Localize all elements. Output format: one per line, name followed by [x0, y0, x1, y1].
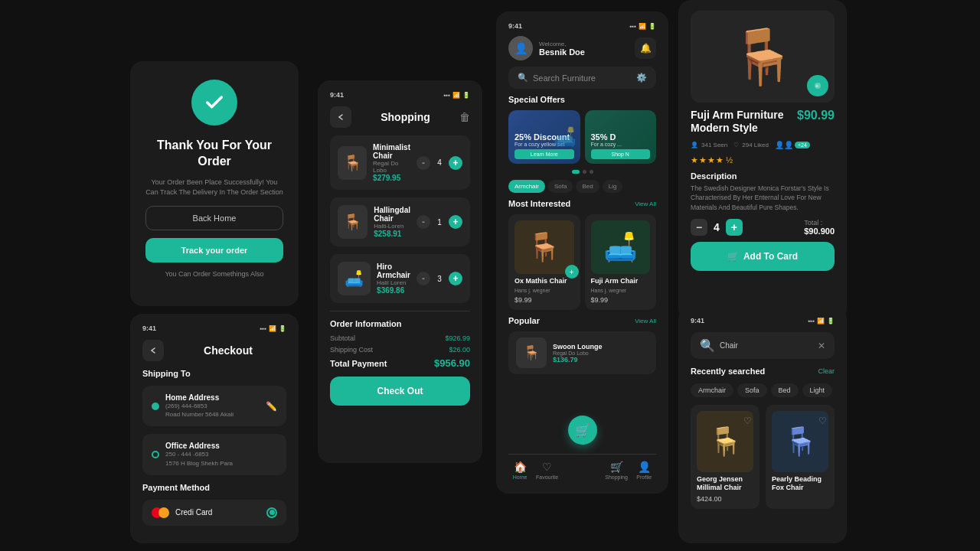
seen-count: 👤 341 Seen [691, 142, 727, 148]
cart-back-button[interactable] [330, 106, 351, 128]
popular-info-swoon: Swoon Lounge Regal Do Lobo $136.79 [553, 343, 648, 364]
qty-plus-1[interactable]: + [449, 156, 462, 170]
address-phone-office: 250 - 444 -6853 [165, 450, 277, 458]
qty-plus-btn[interactable]: + [726, 219, 743, 236]
search-placeholder: Search Furniture [533, 73, 632, 83]
qty-value-1: 4 [435, 158, 444, 167]
cat-light[interactable]: Lig [603, 180, 623, 193]
liked-value: 294 Liked [742, 142, 769, 148]
cat-bed[interactable]: Bed [576, 180, 599, 193]
product-card-fuji[interactable]: 🛋️ Fuji Arm Chair Hans j. wegner $9.99 [585, 214, 657, 310]
subtotal-value: $926.99 [445, 334, 470, 342]
checkout-title: Checkout [170, 344, 286, 357]
result-name-georg: Georg Jensen Millimal Chair [697, 475, 753, 492]
user-info: 👤 Welcome, Besnik Doe [508, 36, 585, 60]
address-name-office: Office Address [165, 442, 277, 450]
search-panel: 9:41 ▪▪▪ 📶 🔋 🔍 Chair ✕ Recently searched… [678, 306, 847, 543]
cart-item-price-3: $369.86 [377, 286, 410, 295]
total-value: $90.900 [804, 227, 835, 236]
filter-icon[interactable]: ⚙️ [636, 73, 647, 83]
payment-card[interactable]: Credi Card [142, 500, 286, 526]
nav-favourite[interactable]: ♡ Favourite [536, 461, 558, 480]
track-order-button[interactable]: Track your order [145, 238, 283, 262]
product-price-ox: $9.99 [514, 296, 574, 304]
product-name-fuji: Fuji Arm Chair [591, 277, 651, 285]
address-road-office: 1576 H Blog Shekh Para [165, 459, 277, 468]
search-clear-icon[interactable]: ✕ [818, 341, 825, 351]
qty-plus-3[interactable]: + [449, 272, 462, 285]
qty-minus-1[interactable]: - [416, 156, 430, 170]
home-status-time: 9:41 [508, 22, 522, 30]
home-nav-label: Home [513, 474, 528, 480]
nav-profile[interactable]: 👤 Profile [636, 461, 652, 480]
cart-item-1: 🪑 Minimalist Chair Regal Do Lobo $279.95… [330, 135, 470, 190]
clear-all-button[interactable]: Clear [818, 367, 835, 375]
most-interested-header: Most Interested View All [508, 199, 656, 208]
qty-minus-2[interactable]: - [416, 215, 430, 229]
qty-plus-2[interactable]: + [449, 215, 462, 229]
checkout-button[interactable]: Check Out [330, 377, 470, 406]
qty-minus-3[interactable]: - [416, 272, 430, 285]
favourite-icon-georg[interactable]: ♡ [743, 416, 752, 426]
person-icon: 👤 [691, 142, 698, 148]
back-home-button[interactable]: Back Home [145, 206, 283, 230]
shipping-label: Shipping To [142, 369, 286, 378]
wifi-icon: 📶 [269, 325, 276, 332]
nav-shopping[interactable]: 🛒 Shopping [605, 461, 628, 480]
cat-armchair[interactable]: Armchair [508, 180, 545, 193]
payment-radio[interactable] [266, 507, 277, 518]
cart-item-3: 🛋️ Hiro Armchair Halil Loren $369.86 - 3… [330, 254, 470, 303]
add-to-cart-button[interactable]: 🛒 Add To Card [691, 242, 835, 271]
search-signal-icon: ▪▪▪ [808, 318, 815, 324]
view-all-popular[interactable]: View All [635, 318, 656, 324]
favourite-icon-pearly[interactable]: ♡ [818, 416, 827, 426]
bottom-nav: 🏠 Home ♡ Favourite 🛒 Shopping 👤 Profile … [508, 454, 656, 483]
edit-address-icon[interactable]: ✏️ [266, 401, 277, 412]
delete-icon[interactable]: 🗑 [459, 111, 470, 123]
cart-signal-icon: ▪▪▪ [443, 92, 450, 99]
add-to-cart-fab-ox[interactable]: + [565, 265, 579, 279]
offer-desc-2: For a cozy ... [591, 142, 651, 147]
qty-minus-btn[interactable]: − [691, 219, 707, 236]
search-bar-2[interactable]: 🔍 Chair ✕ [691, 332, 835, 359]
offer-card-1[interactable]: 🛋️ 25% Discount For a cozy yellow set Le… [508, 110, 580, 164]
chip-light[interactable]: Light [802, 383, 833, 397]
order-shipping-row: Shipping Cost $26.00 [330, 346, 470, 354]
cart-title: Shopping [358, 111, 453, 123]
back-button[interactable] [142, 340, 164, 361]
view-all-interested[interactable]: View All [635, 201, 656, 207]
product-card-ox[interactable]: 🪑 + Ox Mathis Chair Hans j. wegner $9.99 [508, 214, 580, 310]
office-address-card[interactable]: Office Address 250 - 444 -6853 1576 H Bl… [142, 434, 286, 474]
home-wifi-icon: 📶 [639, 23, 646, 30]
product-price-main: $90.99 [797, 109, 835, 122]
nav-home[interactable]: 🏠 Home [513, 461, 528, 480]
also-order-text: You Can Order Somethings Also [165, 270, 263, 278]
result-card-georg[interactable]: 🪑 ♡ Georg Jensen Millimal Chair $424.00 [691, 405, 760, 509]
checkout-nav-header: Checkout [142, 340, 286, 361]
offer-card-2[interactable]: 35% D For a cozy ... Shop N [585, 110, 657, 164]
cat-sofa[interactable]: Sofa [548, 180, 573, 193]
search-bar[interactable]: 🔍 Search Furniture ⚙️ [508, 67, 656, 89]
chip-sofa[interactable]: Sofa [737, 383, 767, 397]
checkout-panel: 9:41 ▪▪▪ 📶 🔋 Checkout Shipping To Home A… [130, 314, 299, 543]
result-card-pearly[interactable]: 🪑 ♡ Pearly Beading Fox Chair [766, 405, 835, 509]
notification-button[interactable]: 🔔 [635, 37, 656, 59]
total-payment-label: Total Payment [330, 359, 387, 368]
cart-nav-header: Shopping 🗑 [330, 106, 470, 128]
dot-1 [572, 170, 580, 174]
description-title: Description [691, 171, 835, 181]
cart-item-info-3: Hiro Armchair Halil Loren $369.86 [377, 262, 410, 295]
chip-armchair[interactable]: Armchair [691, 383, 733, 397]
home-address-card[interactable]: Home Address (269) 444-6853 Road Number … [142, 386, 286, 426]
search-status-time: 9:41 [691, 317, 704, 324]
address-road-home: Road Number 5648 Akali [165, 410, 260, 419]
address-info-home: Home Address (269) 444-6853 Road Number … [165, 393, 260, 419]
product-title: Fuji Arm Furniture Modern Style [691, 109, 790, 135]
shopping-fab[interactable]: 🛒 [568, 416, 597, 445]
order-subtotal-row: Subtotal $926.99 [330, 334, 470, 342]
chip-bed[interactable]: Bed [771, 383, 799, 397]
cart-item-info-2: Hallingdal Chair Halti-Loren $258.91 [374, 206, 410, 238]
cart-item-price-2: $258.91 [374, 230, 410, 238]
shop-now-button[interactable]: Shop N [591, 149, 651, 159]
popular-item-swoon[interactable]: 🪑 Swoon Lounge Regal Do Lobo $136.79 [508, 331, 656, 374]
